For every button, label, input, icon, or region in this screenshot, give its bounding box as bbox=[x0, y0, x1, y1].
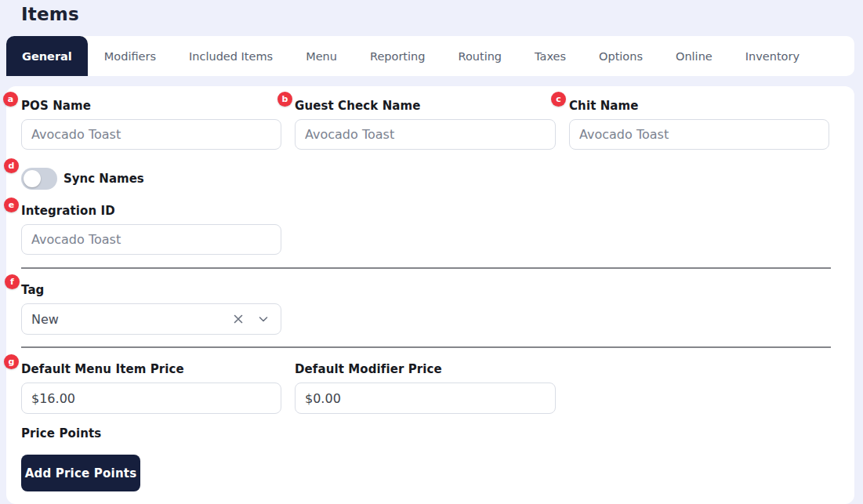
tab-online[interactable]: Online bbox=[659, 36, 729, 76]
marker-b: b bbox=[277, 92, 292, 107]
guest-check-name-label: Guest Check Name bbox=[295, 100, 556, 112]
guest-check-name-input[interactable] bbox=[295, 119, 556, 150]
sync-names-toggle[interactable] bbox=[21, 168, 57, 190]
marker-f: f bbox=[5, 274, 20, 289]
marker-c: c bbox=[551, 92, 566, 107]
chit-name-label: Chit Name bbox=[569, 100, 829, 112]
tag-selected-value: New bbox=[31, 312, 221, 327]
guest-check-name-field-group: Guest Check Name bbox=[295, 100, 556, 150]
sync-names-label: Sync Names bbox=[63, 172, 144, 186]
name-fields-row: POS Name Guest Check Name Chit Name bbox=[21, 100, 831, 150]
default-modifier-price-input[interactable] bbox=[295, 383, 556, 414]
tab-reporting[interactable]: Reporting bbox=[354, 36, 442, 76]
default-menu-item-price-label: Default Menu Item Price bbox=[21, 364, 281, 375]
marker-a: a bbox=[3, 92, 18, 107]
tag-select[interactable]: New bbox=[21, 303, 281, 335]
integration-id-label: Integration ID bbox=[21, 205, 831, 217]
marker-g: g bbox=[4, 354, 19, 369]
pos-name-field-group: POS Name bbox=[21, 100, 281, 150]
price-fields-row: Default Menu Item Price Default Modifier… bbox=[21, 364, 831, 414]
integration-id-input[interactable] bbox=[21, 224, 281, 255]
tab-included-items[interactable]: Included Items bbox=[172, 36, 289, 76]
tab-bar: General Modifiers Included Items Menu Re… bbox=[6, 36, 854, 76]
page-title: Items bbox=[21, 0, 79, 28]
marker-e: e bbox=[4, 198, 19, 212]
tab-routing[interactable]: Routing bbox=[441, 36, 518, 76]
clear-icon[interactable] bbox=[230, 311, 246, 327]
default-menu-item-price-input[interactable] bbox=[21, 383, 281, 414]
tab-options[interactable]: Options bbox=[582, 36, 659, 76]
pos-name-label: POS Name bbox=[21, 100, 281, 112]
default-modifier-price-field-group: Default Modifier Price bbox=[295, 364, 556, 414]
add-price-points-button[interactable]: Add Price Points bbox=[21, 455, 140, 491]
section-divider bbox=[21, 346, 831, 348]
tag-label: Tag bbox=[21, 285, 831, 296]
pos-name-input[interactable] bbox=[21, 119, 281, 150]
general-tab-panel: a b c d e f g POS Name Guest Check Name … bbox=[6, 86, 854, 504]
default-menu-item-price-field-group: Default Menu Item Price bbox=[21, 364, 281, 414]
tab-inventory[interactable]: Inventory bbox=[729, 36, 816, 76]
default-modifier-price-label: Default Modifier Price bbox=[295, 364, 556, 375]
tab-menu[interactable]: Menu bbox=[289, 36, 354, 76]
integration-id-field-group: Integration ID bbox=[21, 205, 831, 255]
tab-modifiers[interactable]: Modifiers bbox=[88, 36, 172, 76]
chit-name-input[interactable] bbox=[569, 119, 829, 150]
tag-field-group: Tag New bbox=[21, 285, 831, 335]
toggle-knob bbox=[24, 170, 41, 187]
tab-general[interactable]: General bbox=[6, 36, 88, 76]
chevron-down-icon[interactable] bbox=[256, 311, 271, 327]
marker-d: d bbox=[4, 158, 19, 173]
tab-taxes[interactable]: Taxes bbox=[518, 36, 582, 76]
section-divider bbox=[21, 267, 831, 269]
sync-names-field-group: Sync Names bbox=[21, 168, 831, 190]
price-points-label: Price Points bbox=[21, 428, 831, 440]
chit-name-field-group: Chit Name bbox=[569, 100, 829, 150]
price-points-section: Price Points Add Price Points bbox=[21, 428, 831, 491]
